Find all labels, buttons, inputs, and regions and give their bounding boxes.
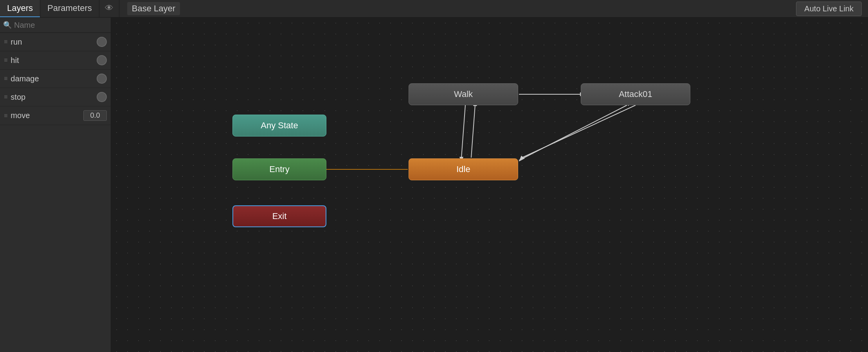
node-exit[interactable]: Exit (232, 205, 326, 227)
node-entry[interactable]: Entry (232, 158, 326, 180)
tab-parameters-label: Parameters (47, 3, 92, 13)
search-bar: 🔍 + ▾ (0, 18, 111, 33)
node-walk[interactable]: Walk (409, 83, 518, 105)
attack-label: Attack01 (619, 89, 652, 99)
param-name-damage: damage (11, 74, 97, 83)
param-name-run: run (11, 38, 97, 47)
drag-handle-icon: ≡ (4, 93, 7, 101)
node-attack01[interactable]: Attack01 (581, 83, 690, 105)
node-idle[interactable]: Idle (409, 158, 518, 180)
param-item-move[interactable]: ≡ move (0, 106, 111, 125)
breadcrumb[interactable]: Base Layer (127, 2, 180, 15)
param-value-move[interactable] (83, 110, 107, 121)
parameter-list: ≡ run ≡ hit ≡ damage ≡ stop ≡ mo (0, 33, 111, 352)
tab-group: Layers Parameters 👁 (0, 0, 119, 17)
search-input[interactable] (14, 21, 113, 30)
param-name-hit: hit (11, 56, 97, 65)
svg-line-4 (461, 105, 465, 158)
auto-live-link-label: Auto Live Link (804, 4, 854, 13)
exit-label: Exit (272, 211, 287, 221)
param-item-stop[interactable]: ≡ stop (0, 88, 111, 106)
drag-handle-icon: ≡ (4, 112, 7, 119)
tab-parameters[interactable]: Parameters (40, 0, 99, 17)
tab-layers-label: Layers (7, 3, 33, 13)
auto-live-link-button[interactable]: Auto Live Link (796, 2, 862, 16)
drag-handle-icon: ≡ (4, 38, 7, 45)
svg-line-8 (522, 105, 636, 158)
param-name-move: move (11, 111, 83, 120)
eye-icon-btn[interactable]: 👁 (99, 0, 119, 17)
param-toggle-run[interactable] (97, 37, 107, 47)
connections-svg (111, 18, 868, 352)
node-any-state[interactable]: Any State (232, 115, 326, 136)
entry-label: Entry (269, 164, 289, 174)
svg-line-10 (519, 105, 627, 160)
svg-line-6 (471, 105, 475, 158)
param-toggle-stop[interactable] (97, 92, 107, 102)
eye-icon: 👁 (105, 3, 113, 13)
tab-layers[interactable]: Layers (0, 0, 40, 17)
param-name-stop: stop (11, 93, 97, 102)
idle-label: Idle (456, 164, 470, 174)
param-toggle-hit[interactable] (97, 55, 107, 65)
main-area: 🔍 + ▾ ≡ run ≡ hit ≡ damage (0, 18, 868, 352)
breadcrumb-area: Base Layer (119, 2, 796, 15)
drag-handle-icon: ≡ (4, 57, 7, 64)
svg-marker-9 (519, 156, 525, 162)
any-state-label: Any State (261, 120, 298, 131)
canvas-area[interactable]: Any State Entry Exit Walk Idle Attack01 (111, 18, 868, 352)
drag-handle-icon: ≡ (4, 75, 7, 82)
search-icon: 🔍 (3, 21, 12, 29)
param-item-damage[interactable]: ≡ damage (0, 70, 111, 88)
param-item-run[interactable]: ≡ run (0, 33, 111, 51)
walk-label: Walk (454, 89, 473, 99)
param-item-hit[interactable]: ≡ hit (0, 51, 111, 70)
param-toggle-damage[interactable] (97, 74, 107, 84)
breadcrumb-label: Base Layer (132, 4, 175, 13)
left-panel: 🔍 + ▾ ≡ run ≡ hit ≡ damage (0, 18, 111, 352)
top-bar: Layers Parameters 👁 Base Layer Auto Live… (0, 0, 868, 18)
